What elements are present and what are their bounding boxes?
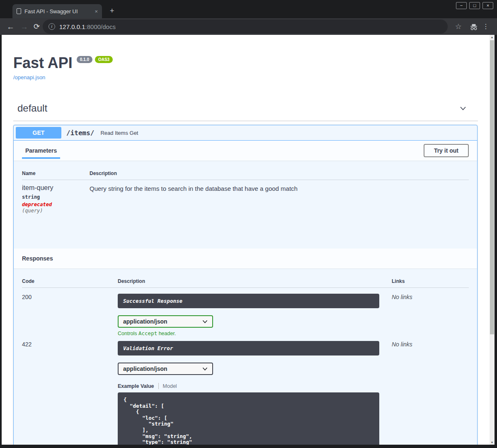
opblock-get-items: GET /items/ Read Items Get Parameters Tr… [13, 125, 478, 445]
responses-title: Responses [22, 255, 53, 262]
page-viewport: Fast API 0.1.0 OAS3 /openapi.json defaul… [2, 35, 490, 445]
accept-code: Accept [138, 330, 157, 336]
oas3-badge: OAS3 [95, 56, 113, 63]
bookmark-star-icon[interactable]: ☆ [455, 23, 462, 30]
page-title: Fast API 0.1.0 OAS3 [13, 56, 478, 71]
version-badge: 0.1.0 [77, 56, 92, 63]
response-description-block: Validation Error [118, 341, 379, 355]
operation-summary[interactable]: GET /items/ Read Items Get [14, 125, 477, 141]
select-chevron-icon [202, 367, 208, 371]
parameters-table-head: Name Description [22, 166, 469, 180]
col-links: Links [392, 273, 469, 287]
responses-header: Responses [14, 248, 477, 268]
operation-summary-text: Read Items Get [100, 130, 138, 136]
reload-icon[interactable]: ⟳ [34, 23, 40, 30]
responses-table-head: Code Description Links [22, 273, 469, 288]
col-code: Code [22, 273, 118, 287]
incognito-icon [469, 22, 478, 33]
media-type-value: application/json [123, 365, 167, 372]
col-description: Description [90, 166, 469, 180]
api-info: Fast API 0.1.0 OAS3 /openapi.json [13, 35, 478, 81]
model-example-tabs: Example Value Model [118, 383, 392, 389]
scrollbar-down-icon[interactable]: ▼ [490, 441, 495, 444]
parameters-header: Parameters Try it out [14, 141, 477, 161]
openapi-spec-link[interactable]: /openapi.json [13, 74, 45, 80]
response-links: No links [392, 294, 469, 336]
page-scrollbar[interactable]: ▲ ▼ [490, 35, 495, 445]
response-code: 422 [22, 341, 118, 445]
media-type-select[interactable]: application/json [118, 363, 213, 375]
media-type-value: application/json [123, 318, 167, 325]
parameter-deprecated-flag: deprecated [22, 202, 90, 207]
tab-close-icon[interactable]: × [95, 9, 98, 14]
back-icon[interactable]: ← [7, 23, 15, 31]
parameter-row: item-query string deprecated (query) Que… [22, 180, 469, 214]
response-200-content: Successful Response application/json Con… [118, 294, 392, 336]
tag-section-header[interactable]: default [13, 102, 478, 121]
response-description-block: Successful Response [118, 294, 379, 308]
url-host: 127.0.0.1 [59, 23, 85, 30]
responses-body: Code Description Links 200 Successful Re… [14, 268, 477, 445]
scrollbar-up-icon[interactable]: ▲ [490, 36, 495, 39]
browser-window: Fast API - Swagger UI × + − □ × ← → ⟳ i … [0, 0, 497, 448]
page-info-icon[interactable]: i [48, 23, 55, 30]
new-tab-button[interactable]: + [110, 7, 114, 15]
method-badge: GET [16, 127, 61, 139]
parameter-location: (query) [22, 208, 90, 214]
media-type-select[interactable]: application/json [118, 315, 213, 328]
parameter-type: string [22, 194, 90, 200]
tab-title: Fast API - Swagger UI [24, 8, 91, 15]
accept-header-note: Controls Accept header. [118, 330, 392, 336]
browser-toolbar: ← → ⟳ i 127.0.0.1:8000/docs ☆ ⋮ [0, 18, 497, 35]
browser-menu-icon[interactable]: ⋮ [482, 22, 489, 31]
minimize-button[interactable]: − [456, 2, 467, 9]
close-button[interactable]: × [482, 2, 493, 9]
tag-name: default [13, 102, 47, 114]
browser-tab[interactable]: Fast API - Swagger UI × [12, 4, 102, 18]
url-bar[interactable]: i 127.0.0.1:8000/docs [43, 19, 448, 34]
tab-parameters[interactable]: Parameters [22, 141, 60, 161]
example-value-code-block: { "detail": [ { "loc": [ "string" ], "ms… [118, 392, 379, 445]
col-name: Name [22, 166, 90, 180]
tab-separator [158, 383, 159, 389]
parameter-meta: item-query string deprecated (query) [22, 184, 90, 214]
col-resp-description: Description [118, 273, 392, 287]
tab-model[interactable]: Model [163, 383, 177, 389]
tab-strip: Fast API - Swagger UI × + − □ × [0, 0, 497, 18]
try-it-out-button[interactable]: Try it out [424, 144, 469, 157]
response-links: No links [392, 341, 469, 445]
maximize-button[interactable]: □ [469, 2, 480, 9]
document-icon [17, 8, 21, 14]
window-controls: − □ × [456, 2, 493, 9]
response-row-200: 200 Successful Response application/json… [22, 288, 469, 336]
select-chevron-icon [202, 320, 208, 324]
parameter-description: Query string for the items to search in … [90, 184, 469, 214]
url-path: :8000/docs [85, 23, 116, 30]
chevron-down-icon[interactable] [458, 104, 468, 113]
url-text[interactable]: 127.0.0.1:8000/docs [59, 23, 116, 30]
api-title-text: Fast API [13, 56, 73, 71]
response-code: 200 [22, 294, 118, 336]
parameter-name: item-query [22, 184, 90, 192]
operation-path: /items/ [66, 129, 94, 137]
response-row-422: 422 Validation Error application/json Ex… [22, 336, 469, 445]
tab-example-value[interactable]: Example Value [118, 383, 154, 389]
scrollbar-thumb[interactable] [490, 40, 494, 334]
parameters-body: Name Description item-query string depre… [14, 161, 477, 248]
forward-icon: → [20, 23, 28, 31]
response-422-content: Validation Error application/json Exampl… [118, 341, 392, 445]
